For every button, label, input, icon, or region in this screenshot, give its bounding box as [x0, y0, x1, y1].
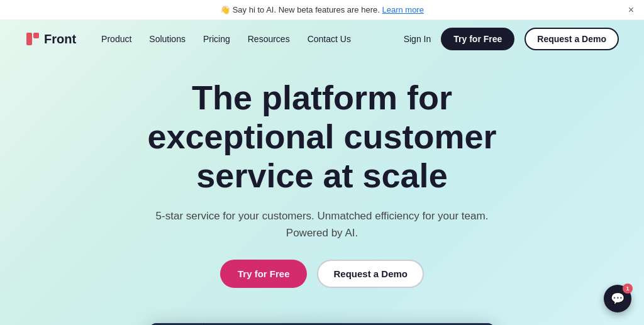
logo-icon — [25, 31, 40, 47]
nav-links: Product Solutions Pricing Resources Cont… — [101, 34, 404, 44]
sign-in-button[interactable]: Sign In — [404, 34, 431, 44]
hero-buttons: Try for Free Request a Demo — [13, 260, 631, 288]
app-inner: My Inbox 26 All Shared with me Sent — [149, 323, 495, 325]
chat-widget[interactable]: 💬 1 — [604, 285, 631, 312]
banner-emoji: 👋 — [220, 5, 230, 14]
nav-contact[interactable]: Contact Us — [308, 34, 351, 44]
chat-badge: 1 — [623, 284, 633, 294]
logo[interactable]: Front — [25, 31, 76, 47]
app-toolbar: ✏ ☰ ⇅ ⊞ Search ⚙ ◉ — [203, 323, 495, 325]
app-screenshot-wrapper: My Inbox 26 All Shared with me Sent — [0, 323, 644, 325]
nav-pricing[interactable]: Pricing — [203, 34, 230, 44]
app-main: ✏ ☰ ⇅ ⊞ Search ⚙ ◉ Composed 10 Com — [203, 323, 495, 325]
hero-request-demo-button[interactable]: Request a Demo — [317, 260, 424, 288]
nav-right: Sign In Try for Free Request a Demo — [404, 28, 619, 50]
announcement-banner: 👋 Say hi to AI. New beta features are he… — [0, 0, 644, 20]
chat-icon: 💬 — [611, 292, 625, 306]
hero-subtitle-line2: Powered by AI. — [286, 227, 358, 239]
hero-subtitle-line1: 5-star service for your customers. Unmat… — [156, 210, 489, 222]
learn-more-link[interactable]: Learn more — [382, 5, 423, 14]
navbar: Front Product Solutions Pricing Resource… — [0, 20, 644, 58]
banner-text: Say hi to AI. New beta features are here… — [233, 5, 380, 14]
nav-resources[interactable]: Resources — [248, 34, 290, 44]
nav-request-demo-button[interactable]: Request a Demo — [525, 28, 619, 50]
hero-title: The platform for exceptional customer se… — [102, 78, 542, 195]
svg-rect-1 — [33, 33, 39, 38]
hero-try-free-button[interactable]: Try for Free — [220, 260, 308, 288]
nav-try-free-button[interactable]: Try for Free — [441, 28, 514, 50]
svg-rect-0 — [26, 33, 32, 45]
app-screenshot: My Inbox 26 All Shared with me Sent — [149, 323, 495, 325]
app-sidebar: My Inbox 26 All Shared with me Sent — [149, 323, 203, 325]
hero-subtitle: 5-star service for your customers. Unmat… — [13, 207, 631, 241]
logo-text: Front — [44, 32, 76, 47]
banner-close-button[interactable]: × — [628, 4, 634, 16]
nav-solutions[interactable]: Solutions — [149, 34, 186, 44]
nav-product[interactable]: Product — [101, 34, 131, 44]
hero-section: The platform for exceptional customer se… — [0, 58, 644, 323]
